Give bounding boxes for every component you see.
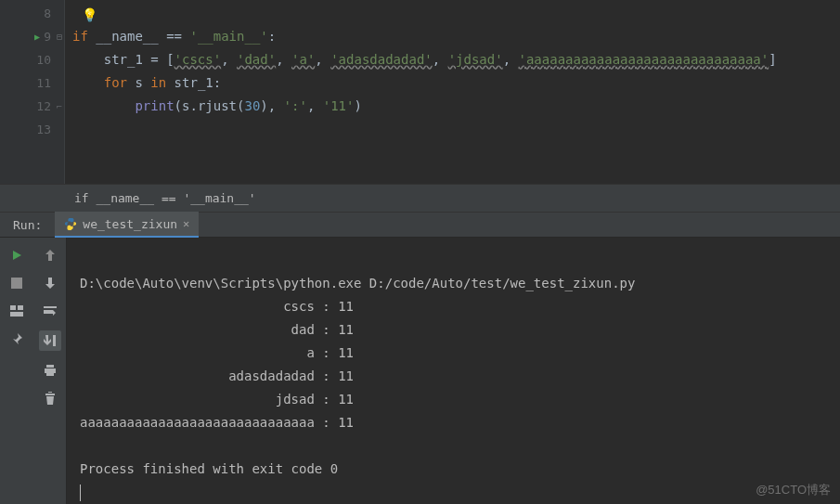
- line-number: 13: [36, 123, 51, 136]
- svg-rect-3: [10, 312, 23, 317]
- line-number: 12: [36, 99, 51, 113]
- run-toolbar-secondary: [33, 238, 67, 504]
- fold-icon[interactable]: ⊟: [57, 32, 62, 42]
- breadcrumb[interactable]: if __name__ == '__main__': [0, 184, 840, 212]
- run-label: Run:: [0, 218, 55, 232]
- intention-bulb-icon[interactable]: 💡: [82, 4, 97, 27]
- console-row: dad : 11: [80, 322, 354, 337]
- svg-rect-0: [11, 278, 22, 289]
- rerun-icon[interactable]: [8, 247, 25, 264]
- code-editor[interactable]: 8 9 ▶ ⊟ 10 11 12⌐ 13 💡 if __name__ == '_…: [0, 0, 840, 184]
- fold-end-icon[interactable]: ⌐: [57, 101, 62, 111]
- run-tool-header: Run: we_test_zixun ✕: [0, 212, 840, 238]
- editor-gutter: 8 9 ▶ ⊟ 10 11 12⌐ 13: [0, 0, 65, 184]
- up-arrow-icon[interactable]: [42, 247, 58, 264]
- svg-rect-6: [46, 372, 54, 376]
- svg-rect-4: [46, 365, 54, 368]
- console-cmd: D:\code\Auto\venv\Scripts\python.exe D:/…: [80, 276, 635, 291]
- console-exit: Process finished with exit code 0: [80, 461, 338, 476]
- svg-rect-2: [18, 305, 23, 310]
- python-file-icon: [64, 217, 77, 230]
- run-tab-label: we_test_zixun: [83, 217, 177, 231]
- down-arrow-icon[interactable]: [42, 275, 58, 291]
- pin-icon[interactable]: [8, 330, 25, 347]
- close-icon[interactable]: ✕: [183, 217, 189, 230]
- console-row: a : 11: [80, 345, 354, 360]
- breadcrumb-text: if __name__ == '__main__': [74, 191, 256, 205]
- line-number: 9: [44, 30, 51, 44]
- console-row: jdsad : 11: [80, 392, 354, 407]
- trash-icon[interactable]: [42, 390, 58, 407]
- console-row: adasdadadad : 11: [80, 368, 354, 383]
- line-number: 11: [36, 76, 51, 90]
- print-icon[interactable]: [42, 362, 58, 379]
- console-row: cscs : 11: [80, 299, 354, 314]
- soft-wrap-icon[interactable]: [42, 303, 58, 319]
- code-text-area[interactable]: 💡 if __name__ == '__main__': str_1 = ['c…: [65, 0, 840, 184]
- run-tab[interactable]: we_test_zixun ✕: [55, 212, 199, 238]
- console-row: aaaaaaaaaaaaaaaaaaaaaaaaaaaaaa : 11: [80, 415, 354, 430]
- line-number: 8: [44, 6, 51, 20]
- run-panel: D:\code\Auto\venv\Scripts\python.exe D:/…: [0, 238, 840, 504]
- text-cursor: [80, 485, 81, 501]
- watermark: @51CTO博客: [756, 482, 831, 498]
- stop-icon[interactable]: [8, 275, 25, 291]
- svg-rect-1: [10, 305, 16, 310]
- scroll-to-end-icon[interactable]: [39, 330, 61, 351]
- layout-icon[interactable]: [8, 303, 25, 319]
- line-number: 10: [36, 53, 51, 67]
- run-toolbar-primary: [0, 238, 33, 504]
- console-output[interactable]: D:\code\Auto\venv\Scripts\python.exe D:/…: [67, 238, 840, 504]
- run-gutter-icon[interactable]: ▶: [34, 32, 40, 42]
